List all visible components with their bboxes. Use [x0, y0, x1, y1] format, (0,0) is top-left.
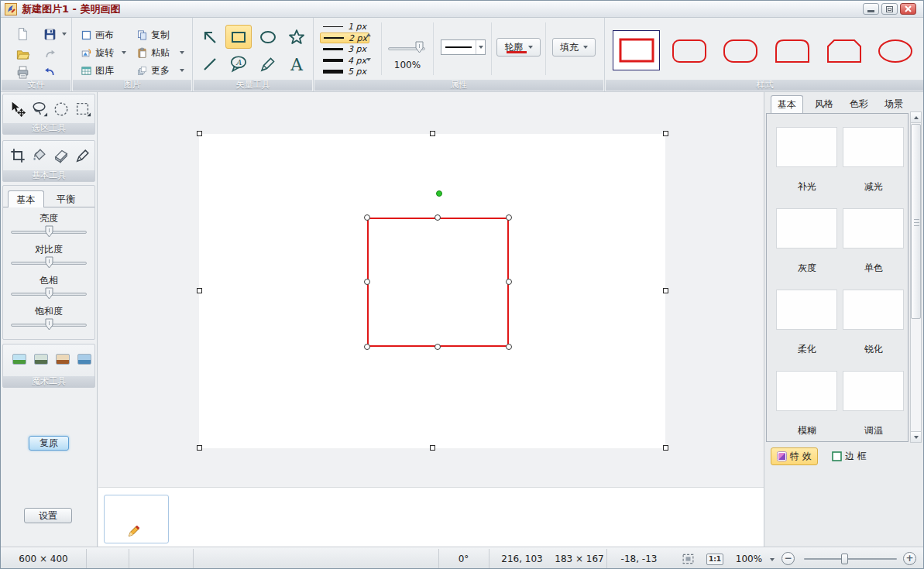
outline-button[interactable]: 轮廓	[496, 38, 541, 57]
style-chamfer-rect[interactable]	[826, 38, 863, 64]
line-width-5px[interactable]: 5 px	[320, 66, 369, 77]
crop-tool-icon[interactable]	[9, 147, 26, 164]
star-tool[interactable]	[283, 25, 310, 49]
shape-handle-ne[interactable]	[506, 214, 512, 221]
shape-handle-s[interactable]	[435, 344, 441, 350]
brightness-slider-thumb[interactable]	[45, 225, 53, 238]
rotate-button[interactable]: 旋转	[81, 45, 114, 60]
canvas-handle-s[interactable]	[430, 445, 435, 451]
canvas-handle-n[interactable]	[430, 131, 435, 136]
shape-handle-nw[interactable]	[364, 214, 370, 221]
redo-button[interactable]	[40, 45, 60, 63]
paste-dropdown-arrow[interactable]	[180, 51, 184, 54]
filter-soften[interactable]: 柔化	[776, 290, 838, 356]
fill-bucket-icon[interactable]	[31, 147, 48, 164]
shape-handle-e[interactable]	[506, 279, 512, 285]
line-width-1px[interactable]: 1 px	[320, 21, 369, 32]
actual-size-button[interactable]: 1:1	[706, 554, 723, 565]
tab-balance[interactable]: 平衡	[46, 190, 85, 207]
canvas-handle-e[interactable]	[663, 288, 668, 293]
rect-select-icon[interactable]	[74, 101, 91, 118]
filter-monochrome[interactable]: 单色	[843, 208, 905, 275]
restore-button[interactable]	[881, 3, 898, 15]
restore-button[interactable]: 复原	[29, 436, 69, 451]
zoom-dropdown-arrow[interactable]	[770, 558, 775, 561]
minimize-button[interactable]	[863, 3, 879, 15]
callout-tool[interactable]	[225, 52, 252, 76]
open-button[interactable]	[12, 45, 33, 63]
line-width-4px[interactable]: 4 px	[320, 55, 369, 66]
style-rectangle-selected[interactable]	[613, 30, 660, 70]
canvas-handle-sw[interactable]	[197, 445, 202, 451]
canvas-handle-nw[interactable]	[197, 131, 202, 136]
text-tool[interactable]	[283, 52, 310, 76]
canvas-handle-se[interactable]	[663, 445, 668, 451]
outline-dropdown-arrow[interactable]	[528, 46, 533, 49]
pencil-tool-icon[interactable]	[74, 147, 91, 164]
copy-button[interactable]: 复制	[136, 27, 170, 43]
print-button[interactable]	[12, 63, 33, 81]
style-rounded-rect[interactable]	[671, 38, 708, 64]
shape-handle-sw[interactable]	[364, 344, 370, 350]
shape-handle-n[interactable]	[435, 214, 441, 221]
style-octagon-rect[interactable]	[722, 38, 759, 64]
eraser-tool-icon[interactable]	[53, 147, 70, 164]
magic-tool-3[interactable]	[56, 354, 70, 365]
save-button[interactable]	[40, 25, 60, 43]
paste-button[interactable]: 粘贴	[136, 45, 170, 60]
move-tool-icon[interactable]	[9, 101, 26, 118]
hue-slider-thumb[interactable]	[45, 287, 53, 300]
line-width-down-arrow[interactable]	[366, 58, 371, 61]
zoom-out-button[interactable]: −	[781, 552, 795, 565]
fit-to-window-icon[interactable]	[681, 552, 696, 566]
filter-temperature[interactable]: 调温	[843, 371, 905, 437]
effects-toggle-button[interactable]: 特 效	[771, 447, 818, 465]
style-ellipse[interactable]	[877, 38, 914, 64]
saturation-slider-thumb[interactable]	[45, 318, 53, 331]
filter-grayscale[interactable]: 灰度	[776, 208, 838, 275]
zoom-slider-thumb[interactable]	[841, 554, 848, 564]
opacity-slider-thumb[interactable]	[415, 41, 424, 53]
page-thumbnail[interactable]	[104, 495, 169, 543]
workspace[interactable]	[98, 92, 764, 487]
drawn-rectangle-shape[interactable]	[367, 218, 509, 347]
rectangle-tool[interactable]	[225, 25, 252, 49]
save-dropdown-arrow[interactable]	[62, 33, 67, 36]
scroll-down-button[interactable]	[911, 431, 921, 442]
contrast-slider-thumb[interactable]	[45, 256, 53, 269]
magic-tool-1[interactable]	[12, 354, 26, 365]
filter-blur[interactable]: 模糊	[776, 371, 838, 437]
select-arrow-tool[interactable]	[197, 25, 223, 49]
pencil-tool[interactable]	[255, 52, 281, 76]
new-document-button[interactable]	[12, 25, 33, 43]
canvas-handle-w[interactable]	[197, 288, 202, 293]
zoom-level-value[interactable]: 100%	[731, 547, 767, 569]
line-width-2px[interactable]: 2 px	[320, 33, 369, 43]
scroll-thumb[interactable]	[911, 124, 921, 319]
gallery-button[interactable]: 图库	[81, 63, 114, 78]
border-toggle-button[interactable]: 边 框	[826, 447, 872, 465]
line-width-3px[interactable]: 3 px	[320, 43, 369, 54]
shape-handle-se[interactable]	[506, 344, 512, 350]
line-width-up-arrow[interactable]	[366, 33, 371, 36]
zoom-slider-track[interactable]	[804, 558, 897, 560]
ellipse-select-icon[interactable]	[53, 101, 70, 118]
close-button[interactable]	[900, 3, 916, 15]
undo-button[interactable]	[40, 63, 60, 81]
lasso-select-icon[interactable]	[31, 101, 48, 118]
line-tool[interactable]	[197, 52, 223, 76]
tab-filters-style[interactable]: 风格	[808, 95, 840, 113]
magic-tool-4[interactable]	[77, 354, 91, 365]
tab-basic[interactable]: 基本	[8, 190, 44, 207]
settings-button[interactable]: 设置	[24, 508, 72, 523]
filter-sharpen[interactable]: 锐化	[843, 290, 905, 356]
rotate-dropdown-arrow[interactable]	[122, 51, 126, 54]
canvas-handle-ne[interactable]	[663, 131, 668, 136]
filter-fill-light[interactable]: 补光	[776, 127, 838, 194]
magic-tool-2[interactable]	[34, 354, 48, 365]
line-style-combo[interactable]	[441, 39, 486, 55]
rotation-handle[interactable]	[436, 190, 442, 197]
more-button[interactable]: 更多	[136, 63, 170, 78]
shape-handle-w[interactable]	[364, 279, 370, 285]
scroll-up-button[interactable]	[911, 112, 921, 123]
